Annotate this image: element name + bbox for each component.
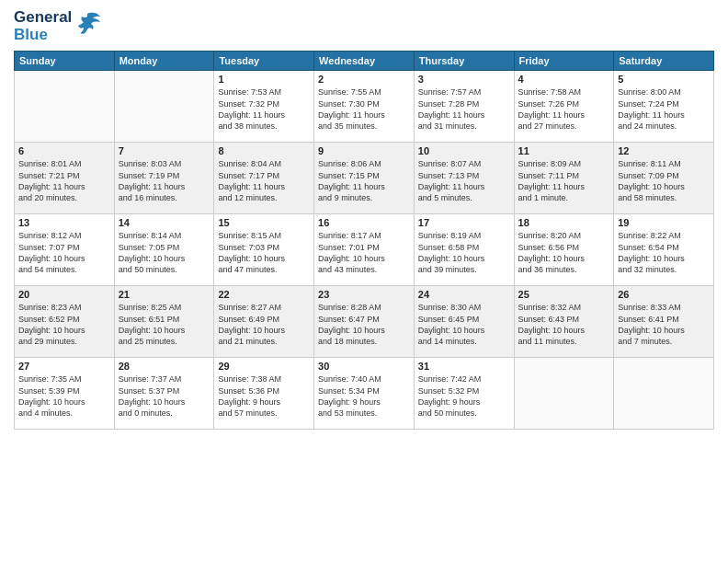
calendar-cell: 8Sunrise: 8:04 AM Sunset: 7:17 PM Daylig… bbox=[214, 143, 314, 214]
day-info: Sunrise: 8:19 AM Sunset: 6:58 PM Dayligh… bbox=[418, 230, 510, 275]
calendar-cell: 25Sunrise: 8:32 AM Sunset: 6:43 PM Dayli… bbox=[514, 286, 614, 358]
calendar-cell: 17Sunrise: 8:19 AM Sunset: 6:58 PM Dayli… bbox=[414, 214, 514, 286]
logo-bird-icon bbox=[76, 9, 102, 40]
calendar-cell: 3Sunrise: 7:57 AM Sunset: 7:28 PM Daylig… bbox=[414, 71, 514, 143]
day-info: Sunrise: 7:38 AM Sunset: 5:36 PM Dayligh… bbox=[218, 373, 310, 419]
day-number: 10 bbox=[418, 145, 510, 156]
calendar-cell: 24Sunrise: 8:30 AM Sunset: 6:45 PM Dayli… bbox=[414, 286, 514, 358]
logo-general: General bbox=[14, 9, 72, 27]
day-number: 15 bbox=[218, 217, 310, 228]
header: General Blue bbox=[14, 9, 714, 43]
day-info: Sunrise: 7:53 AM Sunset: 7:32 PM Dayligh… bbox=[218, 86, 310, 132]
header-cell-saturday: Saturday bbox=[614, 52, 714, 71]
day-number: 5 bbox=[618, 74, 710, 85]
day-info: Sunrise: 8:20 AM Sunset: 6:56 PM Dayligh… bbox=[518, 230, 610, 275]
day-number: 3 bbox=[418, 74, 510, 85]
calendar-cell: 19Sunrise: 8:22 AM Sunset: 6:54 PM Dayli… bbox=[614, 214, 714, 286]
day-number: 17 bbox=[418, 217, 510, 228]
calendar-cell: 18Sunrise: 8:20 AM Sunset: 6:56 PM Dayli… bbox=[514, 214, 614, 286]
calendar-cell: 23Sunrise: 8:28 AM Sunset: 6:47 PM Dayli… bbox=[314, 286, 415, 358]
day-info: Sunrise: 8:30 AM Sunset: 6:45 PM Dayligh… bbox=[418, 302, 510, 347]
day-info: Sunrise: 8:33 AM Sunset: 6:41 PM Dayligh… bbox=[618, 302, 710, 347]
day-number: 16 bbox=[318, 217, 410, 228]
day-number: 19 bbox=[618, 217, 710, 228]
day-number: 4 bbox=[518, 74, 610, 85]
day-info: Sunrise: 7:35 AM Sunset: 5:39 PM Dayligh… bbox=[18, 373, 110, 419]
day-number: 6 bbox=[18, 145, 110, 156]
header-row: SundayMondayTuesdayWednesdayThursdayFrid… bbox=[15, 52, 714, 71]
calendar-cell: 10Sunrise: 8:07 AM Sunset: 7:13 PM Dayli… bbox=[414, 143, 514, 214]
day-info: Sunrise: 8:27 AM Sunset: 6:49 PM Dayligh… bbox=[218, 302, 310, 347]
day-number: 31 bbox=[418, 361, 510, 372]
day-number: 7 bbox=[119, 145, 210, 156]
page: General Blue SundayMondayTuesdayWednesda… bbox=[0, 0, 728, 563]
calendar-cell: 12Sunrise: 8:11 AM Sunset: 7:09 PM Dayli… bbox=[614, 143, 714, 214]
day-number: 13 bbox=[18, 217, 110, 228]
calendar-cell bbox=[15, 71, 115, 143]
calendar-cell: 6Sunrise: 8:01 AM Sunset: 7:21 PM Daylig… bbox=[15, 143, 115, 214]
calendar-cell bbox=[614, 358, 714, 430]
day-number: 30 bbox=[318, 361, 410, 372]
day-number: 20 bbox=[18, 289, 110, 300]
header-cell-thursday: Thursday bbox=[414, 52, 514, 71]
day-info: Sunrise: 7:37 AM Sunset: 5:37 PM Dayligh… bbox=[119, 373, 210, 419]
day-info: Sunrise: 8:03 AM Sunset: 7:19 PM Dayligh… bbox=[119, 158, 210, 203]
day-number: 27 bbox=[18, 361, 110, 372]
header-cell-tuesday: Tuesday bbox=[214, 52, 314, 71]
day-info: Sunrise: 8:25 AM Sunset: 6:51 PM Dayligh… bbox=[119, 302, 210, 347]
day-info: Sunrise: 7:57 AM Sunset: 7:28 PM Dayligh… bbox=[418, 86, 510, 132]
calendar-cell: 21Sunrise: 8:25 AM Sunset: 6:51 PM Dayli… bbox=[114, 286, 214, 358]
day-info: Sunrise: 7:55 AM Sunset: 7:30 PM Dayligh… bbox=[318, 86, 410, 132]
day-info: Sunrise: 8:22 AM Sunset: 6:54 PM Dayligh… bbox=[618, 230, 710, 275]
day-info: Sunrise: 7:42 AM Sunset: 5:32 PM Dayligh… bbox=[418, 373, 510, 419]
calendar-cell bbox=[114, 71, 214, 143]
day-number: 12 bbox=[618, 145, 710, 156]
calendar-cell: 9Sunrise: 8:06 AM Sunset: 7:15 PM Daylig… bbox=[314, 143, 415, 214]
calendar-cell: 15Sunrise: 8:15 AM Sunset: 7:03 PM Dayli… bbox=[214, 214, 314, 286]
calendar-cell: 29Sunrise: 7:38 AM Sunset: 5:36 PM Dayli… bbox=[214, 358, 314, 430]
calendar-cell: 31Sunrise: 7:42 AM Sunset: 5:32 PM Dayli… bbox=[414, 358, 514, 430]
calendar-cell bbox=[514, 358, 614, 430]
day-number: 14 bbox=[119, 217, 210, 228]
header-cell-sunday: Sunday bbox=[15, 52, 115, 71]
header-cell-friday: Friday bbox=[514, 52, 614, 71]
day-info: Sunrise: 8:28 AM Sunset: 6:47 PM Dayligh… bbox=[318, 302, 410, 347]
day-number: 18 bbox=[518, 217, 610, 228]
day-info: Sunrise: 8:09 AM Sunset: 7:11 PM Dayligh… bbox=[518, 158, 610, 203]
day-info: Sunrise: 7:58 AM Sunset: 7:26 PM Dayligh… bbox=[518, 86, 610, 132]
day-number: 24 bbox=[418, 289, 510, 300]
calendar-cell: 30Sunrise: 7:40 AM Sunset: 5:34 PM Dayli… bbox=[314, 358, 415, 430]
day-number: 22 bbox=[218, 289, 310, 300]
day-info: Sunrise: 8:12 AM Sunset: 7:07 PM Dayligh… bbox=[18, 230, 110, 275]
day-number: 2 bbox=[318, 74, 410, 85]
day-number: 8 bbox=[218, 145, 310, 156]
day-info: Sunrise: 8:23 AM Sunset: 6:52 PM Dayligh… bbox=[18, 302, 110, 347]
day-info: Sunrise: 8:04 AM Sunset: 7:17 PM Dayligh… bbox=[218, 158, 310, 203]
calendar-cell: 20Sunrise: 8:23 AM Sunset: 6:52 PM Dayli… bbox=[15, 286, 115, 358]
calendar-cell: 1Sunrise: 7:53 AM Sunset: 7:32 PM Daylig… bbox=[214, 71, 314, 143]
calendar-cell: 22Sunrise: 8:27 AM Sunset: 6:49 PM Dayli… bbox=[214, 286, 314, 358]
day-info: Sunrise: 7:40 AM Sunset: 5:34 PM Dayligh… bbox=[318, 373, 410, 419]
calendar-cell: 13Sunrise: 8:12 AM Sunset: 7:07 PM Dayli… bbox=[15, 214, 115, 286]
day-info: Sunrise: 8:11 AM Sunset: 7:09 PM Dayligh… bbox=[618, 158, 710, 203]
day-info: Sunrise: 8:01 AM Sunset: 7:21 PM Dayligh… bbox=[18, 158, 110, 203]
day-number: 21 bbox=[119, 289, 210, 300]
day-info: Sunrise: 8:07 AM Sunset: 7:13 PM Dayligh… bbox=[418, 158, 510, 203]
day-number: 29 bbox=[218, 361, 310, 372]
week-row: 1Sunrise: 7:53 AM Sunset: 7:32 PM Daylig… bbox=[15, 71, 714, 143]
calendar-cell: 5Sunrise: 8:00 AM Sunset: 7:24 PM Daylig… bbox=[614, 71, 714, 143]
week-row: 6Sunrise: 8:01 AM Sunset: 7:21 PM Daylig… bbox=[15, 143, 714, 214]
day-info: Sunrise: 8:00 AM Sunset: 7:24 PM Dayligh… bbox=[618, 86, 710, 132]
calendar-cell: 27Sunrise: 7:35 AM Sunset: 5:39 PM Dayli… bbox=[15, 358, 115, 430]
week-row: 13Sunrise: 8:12 AM Sunset: 7:07 PM Dayli… bbox=[15, 214, 714, 286]
calendar-cell: 16Sunrise: 8:17 AM Sunset: 7:01 PM Dayli… bbox=[314, 214, 415, 286]
day-number: 23 bbox=[318, 289, 410, 300]
calendar-cell: 26Sunrise: 8:33 AM Sunset: 6:41 PM Dayli… bbox=[614, 286, 714, 358]
header-cell-wednesday: Wednesday bbox=[314, 52, 415, 71]
calendar-cell: 14Sunrise: 8:14 AM Sunset: 7:05 PM Dayli… bbox=[114, 214, 214, 286]
day-number: 25 bbox=[518, 289, 610, 300]
logo: General Blue bbox=[14, 9, 102, 43]
day-info: Sunrise: 8:32 AM Sunset: 6:43 PM Dayligh… bbox=[518, 302, 610, 347]
week-row: 27Sunrise: 7:35 AM Sunset: 5:39 PM Dayli… bbox=[15, 358, 714, 430]
day-number: 1 bbox=[218, 74, 310, 85]
